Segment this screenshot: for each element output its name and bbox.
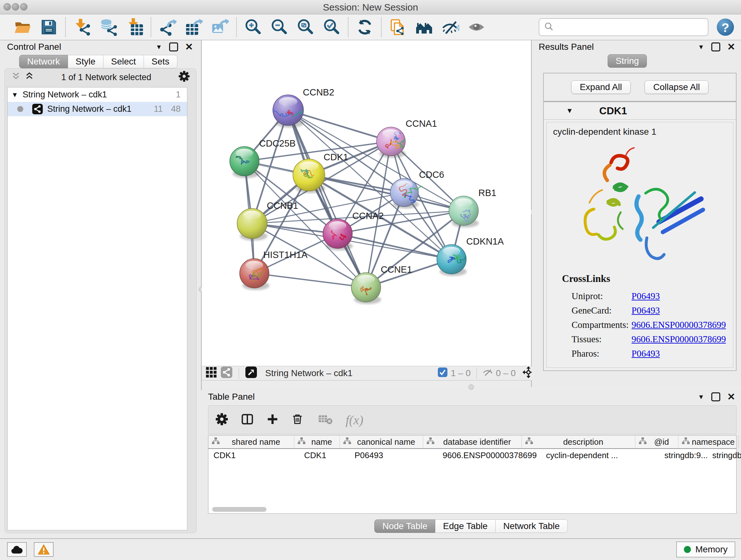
network-tab-body: 1 of 1 Network selected ▼ String Network…: [4, 68, 197, 533]
import-table-icon[interactable]: [125, 18, 144, 37]
panel-float-icon[interactable]: [711, 43, 720, 51]
crosslink-link[interactable]: 9606.ENSP00000378699: [631, 334, 726, 345]
table-cell[interactable]: stringdb: [707, 450, 741, 460]
network-edge[interactable]: [288, 110, 366, 287]
panel-minimize-icon[interactable]: ▼: [698, 393, 704, 401]
cloud-button[interactable]: [7, 542, 27, 557]
tree-row-group[interactable]: ▼ String Network – cdk1 1: [8, 87, 187, 102]
save-icon[interactable]: [40, 18, 58, 37]
export-network-icon[interactable]: [158, 18, 177, 37]
status-bar: Memory: [0, 538, 741, 560]
hidden-eye-slash-icon[interactable]: [482, 367, 493, 380]
tab-edge-table[interactable]: Edge Table: [435, 519, 495, 533]
selected-count: 1 – 0: [451, 368, 470, 378]
panel-minimize-icon[interactable]: ▼: [698, 44, 704, 51]
gear-icon[interactable]: [179, 71, 190, 84]
zoom-selected-icon[interactable]: [322, 18, 341, 37]
horizontal-scrollbar[interactable]: [212, 507, 266, 512]
search-box[interactable]: [539, 18, 709, 36]
cdk1-section-content: cyclin-dependent kinase 1: [546, 122, 733, 368]
tab-network[interactable]: Network: [19, 55, 68, 68]
memory-button[interactable]: Memory: [676, 542, 735, 557]
network-selection-status: 1 of 1 Network selected: [34, 72, 179, 82]
node-label-CDKN1A: CDKN1A: [466, 236, 504, 246]
expand-all-icon[interactable]: [24, 72, 34, 83]
collapse-all-icon[interactable]: [11, 72, 21, 83]
horizontal-splitter-handle[interactable]: [468, 384, 474, 390]
table-cell[interactable]: P06493: [349, 450, 437, 460]
search-input[interactable]: [554, 22, 703, 33]
export-image-icon[interactable]: [211, 18, 229, 37]
import-network-icon[interactable]: [73, 18, 91, 37]
network-view-icon[interactable]: [221, 367, 232, 380]
panel-float-icon[interactable]: [711, 392, 720, 401]
cdk1-section-header[interactable]: ▼ CDK1: [544, 102, 736, 120]
delete-table-icon: [318, 413, 333, 427]
table-cell[interactable]: stringdb:9...: [659, 450, 707, 460]
delete-column-icon[interactable]: [291, 413, 304, 427]
network-canvas[interactable]: CCNB2CCNA1CDC25BCDK1CDC6RB1CCNB1CCNA2CDK…: [202, 40, 531, 366]
node-label-CCNB1: CCNB1: [267, 200, 298, 211]
column-header-database-identifier[interactable]: database identifier: [423, 435, 522, 448]
gear-icon[interactable]: [215, 413, 228, 427]
column-header-namespace[interactable]: namespace: [678, 435, 739, 448]
column-header-name[interactable]: name: [294, 435, 340, 448]
table-cell[interactable]: cyclin-dependent ...: [541, 450, 659, 460]
column-header-description[interactable]: description: [522, 435, 635, 448]
refresh-icon[interactable]: [355, 18, 374, 37]
panel-float-icon[interactable]: [169, 43, 178, 51]
crosslink-link[interactable]: P06493: [631, 291, 660, 301]
crosslink-link[interactable]: P06493: [631, 305, 660, 316]
tab-node-table[interactable]: Node Table: [374, 519, 435, 533]
network-edge[interactable]: [288, 110, 391, 141]
collapse-caret-icon[interactable]: ▼: [566, 107, 573, 115]
collapse-all-button[interactable]: Collapse All: [645, 80, 709, 94]
export-table-icon[interactable]: [185, 18, 203, 37]
import-database-icon[interactable]: [99, 18, 118, 37]
column-header-@id[interactable]: @id: [635, 435, 678, 448]
expander-icon[interactable]: ▼: [11, 91, 18, 99]
column-header-shared-name[interactable]: shared name: [208, 435, 294, 448]
toolbar-separator: [65, 17, 66, 37]
zoom-in-icon[interactable]: [244, 18, 262, 37]
table-cell[interactable]: CDK1: [208, 450, 299, 460]
tab-sets[interactable]: Sets: [144, 55, 178, 68]
network-edge[interactable]: [254, 273, 366, 287]
show-columns-icon[interactable]: [241, 413, 254, 427]
network-edge[interactable]: [338, 234, 452, 259]
expand-all-button[interactable]: Expand All: [571, 80, 630, 94]
houses-icon[interactable]: [415, 18, 433, 37]
crosslink-link[interactable]: P06493: [631, 348, 660, 359]
zoom-fit-icon[interactable]: [296, 18, 315, 37]
tab-string[interactable]: String: [608, 54, 647, 68]
table-cell[interactable]: 9606.ENSP00000378699: [437, 450, 541, 460]
copy-documents-icon[interactable]: [389, 18, 407, 37]
tab-network-table[interactable]: Network Table: [495, 519, 568, 533]
node-label-CCNE1: CCNE1: [381, 264, 412, 274]
crosslink-link[interactable]: 9606.ENSP00000378699: [631, 320, 726, 330]
gene-title: CDK1: [599, 105, 627, 117]
help-icon[interactable]: ?: [716, 18, 735, 37]
zoom-out-icon[interactable]: [270, 18, 288, 37]
grid-view-icon[interactable]: [205, 367, 217, 380]
panel-close-icon[interactable]: ✕: [727, 42, 735, 52]
warning-button[interactable]: [34, 542, 54, 557]
control-panel-title: Control Panel: [7, 42, 61, 52]
selected-checkbox-icon[interactable]: [438, 368, 448, 379]
tree-row-network[interactable]: String Network – cdk1 1148: [8, 102, 187, 116]
hidden-count: 0 – 0: [496, 368, 516, 378]
birds-eye-view-icon[interactable]: [246, 367, 257, 380]
open-folder-icon[interactable]: [13, 18, 32, 37]
network-icon: [32, 104, 43, 114]
panel-close-icon[interactable]: ✕: [727, 392, 735, 401]
tab-style[interactable]: Style: [68, 55, 104, 68]
eye-slash-icon[interactable]: [441, 18, 460, 37]
add-column-icon[interactable]: [266, 413, 279, 427]
panel-close-icon[interactable]: ✕: [185, 42, 193, 52]
column-header-canonical-name[interactable]: canonical name: [340, 435, 423, 448]
hierarchy-icon: [682, 437, 690, 447]
table-row[interactable]: CDK1CDK1P064939606.ENSP00000378699cyclin…: [208, 449, 736, 462]
panel-minimize-icon[interactable]: ▼: [156, 44, 162, 51]
table-cell[interactable]: CDK1: [299, 450, 349, 460]
tab-select[interactable]: Select: [104, 55, 144, 68]
